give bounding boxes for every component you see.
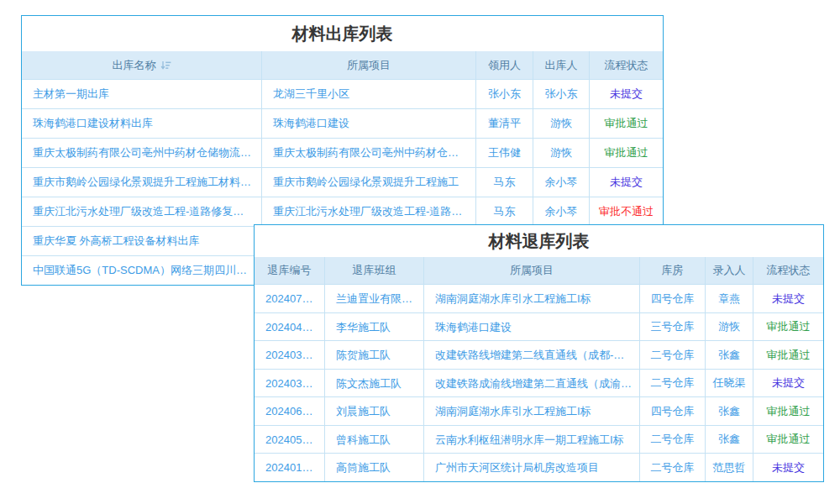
return-table-row: 2024050004 曾科施工队 云南水利枢纽潜明水库一期工程施工I标 二号仓库… bbox=[255, 425, 823, 454]
project-cell: 重庆江北污水处理厂级改造工程-道路修... bbox=[261, 197, 475, 226]
recorder-cell: 任晓渠 bbox=[705, 370, 753, 397]
issuer-cell: 张小东 bbox=[533, 80, 589, 108]
recorder-cell: 张鑫 bbox=[705, 397, 753, 425]
return-code-cell[interactable]: 2024030001 bbox=[255, 341, 324, 369]
project-cell: 重庆太极制药有限公司亳州中药材仓储物... bbox=[261, 139, 475, 167]
return-table-body: 2024070001 兰迪置业有限公司 湖南洞庭湖水库引水工程施工I标 四号仓库… bbox=[255, 284, 823, 481]
status-cell: 审批通过 bbox=[753, 313, 823, 341]
return-list-title: 材料退库列表 bbox=[255, 225, 823, 257]
return-team-cell: 兰迪置业有限公司 bbox=[324, 285, 423, 312]
return-code-cell[interactable]: 2024060004 bbox=[255, 397, 324, 425]
status-cell: 审批不通过 bbox=[589, 197, 663, 226]
project-cell: 龙湖三千里小区 bbox=[261, 80, 475, 108]
recorder-cell: 游恢 bbox=[705, 313, 753, 341]
project-cell: 云南水利枢纽潜明水库一期工程施工I标 bbox=[423, 426, 639, 454]
warehouse-cell: 四号仓库 bbox=[639, 397, 705, 425]
recorder-cell: 张鑫 bbox=[705, 426, 753, 454]
project-cell: 湖南洞庭湖水库引水工程施工I标 bbox=[423, 397, 639, 425]
column-header-issuer: 出库人 bbox=[533, 51, 589, 79]
status-cell: 未提交 bbox=[753, 454, 823, 481]
recipient-cell: 董清平 bbox=[475, 109, 533, 138]
project-cell: 改建铁路成渝线增建第二直通线（成渝枢... bbox=[423, 370, 639, 397]
status-cell: 审批通过 bbox=[753, 426, 823, 454]
outbound-table-row: 珠海鹤港口建设材料出库 珠海鹤港口建设 董清平 游恢 审批通过 bbox=[22, 108, 663, 138]
warehouse-cell: 二号仓库 bbox=[639, 370, 705, 397]
column-header-warehouse: 库房 bbox=[639, 257, 705, 284]
project-cell: 珠海鹤港口建设 bbox=[423, 313, 639, 341]
recipient-cell: 马东 bbox=[475, 168, 533, 197]
return-code-cell[interactable]: 2024010009 bbox=[255, 454, 324, 481]
project-cell: 湖南洞庭湖水库引水工程施工I标 bbox=[423, 285, 639, 312]
return-table-header-row: 退库编号 退库班组 所属项目 库房 录入人 流程状态 bbox=[255, 257, 823, 284]
return-team-cell: 陈贺施工队 bbox=[324, 341, 423, 369]
recorder-cell: 范思哲 bbox=[705, 454, 753, 481]
return-table-row: 2024030001 陈贺施工队 改建铁路线增建第二线直通线（成都-西安... … bbox=[255, 340, 823, 369]
column-header-return-team: 退库班组 bbox=[324, 257, 423, 284]
outbound-name-cell[interactable]: 珠海鹤港口建设材料出库 bbox=[22, 109, 261, 138]
outbound-table-row: 重庆市鹅岭公园绿化景观提升工程施工材料出库 重庆市鹅岭公园绿化景观提升工程施工 … bbox=[22, 167, 663, 197]
status-cell: 审批通过 bbox=[753, 341, 823, 369]
return-list-panel: 材料退库列表 退库编号 退库班组 所属项目 库房 录入人 流程状态 202407… bbox=[254, 224, 824, 482]
warehouse-cell: 四号仓库 bbox=[639, 285, 705, 312]
column-header-project: 所属项目 bbox=[423, 257, 639, 284]
project-cell: 重庆市鹅岭公园绿化景观提升工程施工 bbox=[261, 168, 475, 197]
outbound-table-row: 主材第一期出库 龙湖三千里小区 张小东 张小东 未提交 bbox=[22, 79, 663, 108]
return-table-row: 2024030003 陈文杰施工队 改建铁路成渝线增建第二直通线（成渝枢... … bbox=[255, 369, 823, 397]
column-header-outbound-name[interactable]: 出库名称 bbox=[22, 51, 261, 79]
sort-descending-icon[interactable] bbox=[160, 60, 171, 71]
outbound-name-cell[interactable]: 重庆太极制药有限公司亳州中药材仓储物流基... bbox=[22, 139, 261, 167]
status-cell: 审批通过 bbox=[753, 397, 823, 425]
status-cell: 未提交 bbox=[753, 370, 823, 397]
project-cell: 广州市天河区统计局机房改造项目 bbox=[423, 454, 639, 481]
outbound-name-cell[interactable]: 重庆市鹅岭公园绿化景观提升工程施工材料出库 bbox=[22, 168, 261, 197]
return-team-cell: 刘晨施工队 bbox=[324, 397, 423, 425]
issuer-cell: 余小琴 bbox=[533, 168, 589, 197]
column-header-status: 流程状态 bbox=[753, 257, 823, 284]
return-table-row: 2024040003 李华施工队 珠海鹤港口建设 三号仓库 游恢 审批通过 bbox=[255, 312, 823, 341]
return-team-cell: 李华施工队 bbox=[324, 313, 423, 341]
recorder-cell: 张鑫 bbox=[705, 341, 753, 369]
return-code-cell[interactable]: 2024050004 bbox=[255, 426, 324, 454]
issuer-cell: 游恢 bbox=[533, 109, 589, 138]
status-cell: 未提交 bbox=[589, 168, 663, 197]
column-header-recipient: 领用人 bbox=[475, 51, 533, 79]
status-cell: 审批通过 bbox=[589, 139, 663, 167]
warehouse-cell: 二号仓库 bbox=[639, 454, 705, 481]
issuer-cell: 余小琴 bbox=[533, 197, 589, 226]
return-code-cell[interactable]: 2024040003 bbox=[255, 313, 324, 341]
column-header-recorder: 录入人 bbox=[705, 257, 753, 284]
warehouse-cell: 三号仓库 bbox=[639, 313, 705, 341]
status-cell: 未提交 bbox=[753, 285, 823, 312]
return-table-row: 2024060004 刘晨施工队 湖南洞庭湖水库引水工程施工I标 四号仓库 张鑫… bbox=[255, 396, 823, 425]
outbound-name-cell[interactable]: 重庆华夏 外高桥工程设备材料出库 bbox=[22, 227, 261, 255]
outbound-table-header-row: 出库名称 所属项目 领用人 出库人 流程状态 bbox=[22, 51, 663, 79]
outbound-name-cell[interactable]: 中国联通5G（TD-SCDMA）网络三期四川工程... bbox=[22, 256, 261, 285]
outbound-table-row: 重庆江北污水处理厂级改造工程-道路修复工程... 重庆江北污水处理厂级改造工程-… bbox=[22, 197, 663, 226]
recorder-cell: 章燕 bbox=[705, 285, 753, 312]
page: 材料出库列表 出库名称 所属项目 领用人 出库人 流程状态 bbox=[0, 0, 840, 504]
outbound-table-row: 重庆太极制药有限公司亳州中药材仓储物流基... 重庆太极制药有限公司亳州中药材仓… bbox=[22, 138, 663, 167]
return-team-cell: 陈文杰施工队 bbox=[324, 370, 423, 397]
recipient-cell: 张小东 bbox=[475, 80, 533, 108]
recipient-cell: 王伟健 bbox=[475, 139, 533, 167]
column-header-status: 流程状态 bbox=[589, 51, 663, 79]
column-header-return-code: 退库编号 bbox=[255, 257, 324, 284]
project-cell: 珠海鹤港口建设 bbox=[261, 109, 475, 138]
column-header-project: 所属项目 bbox=[261, 51, 475, 79]
column-header-outbound-name-label: 出库名称 bbox=[113, 58, 156, 73]
return-table-row: 2024010009 高筒施工队 广州市天河区统计局机房改造项目 二号仓库 范思… bbox=[255, 453, 823, 481]
return-table: 退库编号 退库班组 所属项目 库房 录入人 流程状态 2024070001 兰迪… bbox=[255, 257, 823, 481]
return-table-row: 2024070001 兰迪置业有限公司 湖南洞庭湖水库引水工程施工I标 四号仓库… bbox=[255, 284, 823, 312]
project-cell: 改建铁路线增建第二线直通线（成都-西安... bbox=[423, 341, 639, 369]
issuer-cell: 游恢 bbox=[533, 139, 589, 167]
return-code-cell[interactable]: 2024070001 bbox=[255, 285, 324, 312]
return-team-cell: 曾科施工队 bbox=[324, 426, 423, 454]
warehouse-cell: 二号仓库 bbox=[639, 341, 705, 369]
recipient-cell: 马东 bbox=[475, 197, 533, 226]
warehouse-cell: 二号仓库 bbox=[639, 426, 705, 454]
return-team-cell: 高筒施工队 bbox=[324, 454, 423, 481]
return-code-cell[interactable]: 2024030003 bbox=[255, 370, 324, 397]
status-cell: 审批通过 bbox=[589, 109, 663, 138]
outbound-name-cell[interactable]: 重庆江北污水处理厂级改造工程-道路修复工程... bbox=[22, 197, 261, 226]
outbound-name-cell[interactable]: 主材第一期出库 bbox=[22, 80, 261, 108]
